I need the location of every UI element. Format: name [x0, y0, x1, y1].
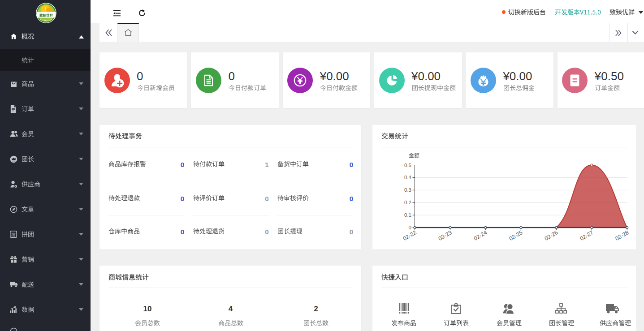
svg-text:0.1: 0.1 — [404, 212, 411, 218]
svg-text:0.2: 0.2 — [404, 200, 411, 205]
svg-text:02-24: 02-24 — [473, 229, 488, 242]
svg-text:02-25: 02-25 — [508, 229, 524, 242]
svg-text:02-26: 02-26 — [544, 229, 559, 242]
svg-text:0.3: 0.3 — [404, 187, 411, 193]
svg-text:0.5: 0.5 — [404, 163, 411, 168]
svg-text:0: 0 — [409, 225, 411, 230]
svg-text:0.4: 0.4 — [404, 175, 412, 180]
svg-text:02-28: 02-28 — [614, 229, 630, 242]
svg-text:02-23: 02-23 — [437, 229, 453, 242]
svg-text:02-27: 02-27 — [579, 229, 595, 242]
svg-text:02-22: 02-22 — [402, 229, 418, 242]
